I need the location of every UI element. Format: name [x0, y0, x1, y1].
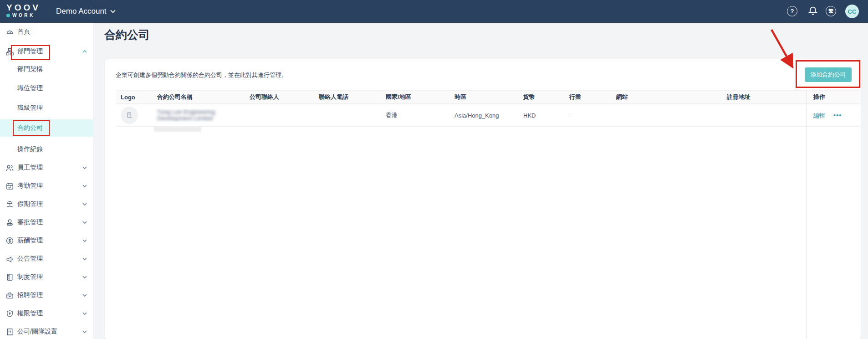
- document-icon: [125, 111, 133, 119]
- sidebar-item-recruitment-management[interactable]: 招聘管理: [0, 288, 93, 303]
- page-description: 企業可創建多個勞動合約關係的合約公司，並在此對其進行管理。: [116, 71, 287, 79]
- help-icon[interactable]: ?: [787, 6, 797, 16]
- column-header-country: 國家/地區: [381, 93, 449, 101]
- sidebar-item-attendance-management[interactable]: 考勤管理: [0, 178, 93, 194]
- language-icon[interactable]: 繁: [826, 6, 836, 16]
- dollar-circle-icon: [5, 236, 14, 245]
- sidebar-subitem-label: 職位管理: [17, 84, 43, 92]
- sidebar-item-label: 公司/團隊設置: [17, 328, 57, 336]
- sidebar-item-home[interactable]: 首頁: [0, 24, 93, 40]
- chevron-down-icon: [82, 293, 87, 298]
- sidebar-item-employee-management[interactable]: 員工管理: [0, 160, 93, 175]
- table-row: Tung Lee Engineering Development Limited…: [116, 104, 861, 127]
- chevron-down-icon: [82, 329, 87, 334]
- chevron-down-icon: [82, 165, 87, 170]
- cell-industry: -: [564, 112, 611, 119]
- page-title: 合約公司: [104, 27, 150, 42]
- column-header-website: 網站: [611, 93, 722, 101]
- sidebar-item-approval-management[interactable]: 審批管理: [0, 215, 93, 230]
- avatar-initials: CC: [845, 5, 859, 18]
- chevron-down-icon: [110, 10, 116, 13]
- sidebar-item-label: 審批管理: [17, 218, 43, 226]
- column-header-contact: 公司聯絡人: [245, 93, 314, 101]
- sidebar-item-announcement-management[interactable]: 公告管理: [0, 251, 93, 267]
- column-header-phone: 聯絡人電話: [314, 93, 381, 101]
- notifications-bell-icon[interactable]: [807, 5, 818, 17]
- fixed-column-divider: [806, 90, 807, 339]
- sidebar-item-leave-management[interactable]: 假期管理: [0, 196, 93, 212]
- building-icon: [5, 328, 14, 336]
- sidebar-subitem-operation-records[interactable]: 操作紀錄: [0, 142, 93, 157]
- sidebar-item-label: 首頁: [17, 28, 30, 36]
- logo-text-yoov: YOOV: [6, 3, 41, 12]
- column-header-actions: 操作: [806, 93, 861, 101]
- redaction-blur-patch: [154, 127, 201, 132]
- chevron-down-icon: [82, 201, 87, 207]
- stamp-icon: [5, 218, 14, 227]
- sidebar-item-company-team-settings[interactable]: 公司/團隊設置: [0, 324, 93, 339]
- briefcase-icon: [5, 291, 14, 300]
- chevron-down-icon: [82, 256, 87, 262]
- sidebar-item-label: 公告管理: [17, 255, 43, 263]
- sidebar-subitem-grade-management[interactable]: 職級管理: [0, 100, 93, 116]
- chevron-down-icon: [82, 311, 87, 316]
- sidebar-item-label: 權限管理: [17, 309, 43, 318]
- content-card: 企業可創建多個勞動合約關係的合約公司，並在此對其進行管理。 添加合約公司 Log…: [105, 59, 861, 339]
- chevron-down-icon: [82, 183, 87, 189]
- cell-currency: HKD: [518, 112, 564, 119]
- cell-country: 香港: [381, 111, 449, 119]
- sidebar-item-label: 招聘管理: [17, 291, 43, 299]
- edit-link[interactable]: 編輯: [813, 112, 825, 119]
- sidebar-subitem-contract-company[interactable]: 合約公司: [0, 119, 93, 137]
- sidebar-item-label: 假期管理: [17, 200, 43, 208]
- logo-text-work: WORK: [12, 13, 35, 18]
- sidebar-item-label: 薪酬管理: [17, 236, 43, 245]
- chevron-up-icon: [82, 49, 87, 54]
- cell-timezone: Asia/Hong_Kong: [449, 112, 518, 119]
- logo-dot-icon: [6, 14, 10, 17]
- account-switcher[interactable]: Demo Account: [56, 0, 116, 23]
- sidebar-item-label: 部門管理: [17, 47, 43, 56]
- sidebar-subitem-label: 部門架構: [17, 65, 43, 73]
- vacation-icon: [5, 200, 14, 209]
- table-header-row: Logo 合約公司名稱 公司聯絡人 聯絡人電話 國家/地區 時區 貨幣 行業 網…: [116, 90, 861, 104]
- sidebar-subitem-label: 操作紀錄: [17, 145, 43, 154]
- column-header-industry: 行業: [564, 93, 611, 101]
- top-header-bar: YOOV WORK Demo Account ? 繁 CC: [0, 0, 868, 23]
- add-contract-company-button[interactable]: 添加合約公司: [805, 67, 852, 82]
- sidebar-item-permission-management[interactable]: 權限管理: [0, 306, 93, 321]
- book-icon: [5, 273, 14, 282]
- chevron-down-icon: [82, 274, 87, 280]
- org-chart-icon: [5, 47, 14, 56]
- sidebar-subitem-position-management[interactable]: 職位管理: [0, 81, 93, 96]
- sidebar-subitem-label: 職級管理: [17, 104, 43, 112]
- column-header-address: 註冊地址: [722, 93, 806, 101]
- megaphone-icon: [5, 255, 14, 263]
- sidebar-item-department-management[interactable]: 部門管理: [0, 44, 93, 59]
- shield-lock-icon: [5, 309, 14, 318]
- more-actions-icon[interactable]: •••: [833, 111, 842, 119]
- column-header-company-name: 合約公司名稱: [152, 93, 245, 101]
- sidebar-subitem-department-structure[interactable]: 部門架構: [0, 62, 93, 77]
- dashboard-icon: [5, 28, 14, 36]
- account-name: Demo Account: [56, 7, 107, 16]
- sidebar-item-payroll-management[interactable]: 薪酬管理: [0, 233, 93, 248]
- sidebar-item-label: 考勤管理: [17, 182, 43, 190]
- yoov-logo[interactable]: YOOV WORK: [6, 3, 41, 18]
- column-header-timezone: 時區: [449, 93, 518, 101]
- sidebar-item-policy-management[interactable]: 制度管理: [0, 269, 93, 285]
- user-avatar[interactable]: CC: [845, 5, 859, 18]
- sidebar-item-label: 制度管理: [17, 273, 43, 281]
- team-icon: [5, 164, 14, 172]
- column-header-currency: 貨幣: [518, 93, 564, 101]
- sidebar-item-label: 員工管理: [17, 164, 43, 172]
- column-header-logo: Logo: [116, 94, 152, 101]
- sidebar-subitem-label: 合約公司: [17, 124, 43, 132]
- chevron-down-icon: [82, 220, 87, 225]
- company-name-redacted: Tung Lee Engineering Development Limited: [157, 109, 245, 122]
- calendar-check-icon: [5, 182, 14, 190]
- chevron-down-icon: [82, 238, 87, 243]
- sidebar-nav: 首頁 部門管理 部門架構 職位管理 職級管理 合約公司 操作紀錄: [0, 23, 93, 339]
- company-logo-placeholder: [121, 107, 138, 124]
